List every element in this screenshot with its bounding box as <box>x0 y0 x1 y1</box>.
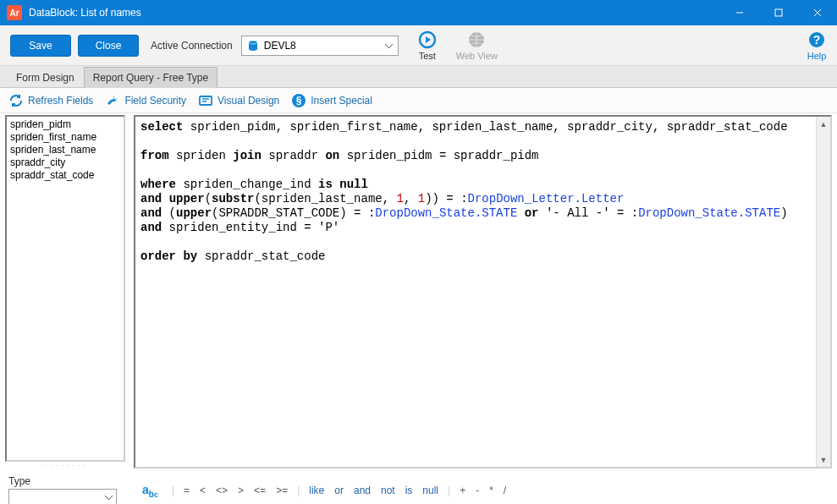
scroll-up-icon[interactable]: ▲ <box>817 117 830 131</box>
design-icon <box>198 93 213 108</box>
connection-select[interactable]: DEVL8 <box>241 36 399 56</box>
drag-handle[interactable]: · · · · · · · · <box>5 462 125 468</box>
svg-rect-1 <box>775 9 782 16</box>
field-item[interactable]: spraddr_city <box>10 156 120 169</box>
type-select[interactable] <box>8 489 117 504</box>
bottom-bar: Type abc | =<<>><=>=|likeorandnotisnull|… <box>0 468 837 504</box>
test-label: Test <box>419 51 436 61</box>
work-area: spriden_pidmspriden_first_namespriden_la… <box>0 113 837 468</box>
play-icon <box>417 30 438 50</box>
operator-[interactable]: = <box>181 485 192 496</box>
tab-form-design[interactable]: Form Design <box>7 67 84 88</box>
chevron-down-icon <box>105 491 113 503</box>
web-view-button: Web View <box>456 30 498 61</box>
close-window-button[interactable] <box>798 0 837 25</box>
active-connection-label: Active Connection <box>151 40 233 52</box>
tab-bar: Form Design Report Query - Free Type <box>0 66 837 88</box>
wrench-icon <box>105 93 120 108</box>
operator-null[interactable]: null <box>420 485 441 496</box>
operator-[interactable]: / <box>501 485 509 496</box>
app-icon: Ar <box>7 5 22 20</box>
insert-special-label: Insert Special <box>311 95 372 107</box>
svg-rect-10 <box>200 96 212 105</box>
field-list-panel: spriden_pidmspriden_first_namespriden_la… <box>5 115 125 468</box>
close-button[interactable]: Close <box>78 35 139 57</box>
operator-[interactable]: - <box>473 485 482 496</box>
help-label: Help <box>807 51 827 61</box>
refresh-fields-label: Refresh Fields <box>28 95 93 107</box>
query-toolbar: Refresh Fields Field Security Visual Des… <box>0 88 837 113</box>
operator-[interactable]: >= <box>273 485 290 496</box>
refresh-fields-button[interactable]: Refresh Fields <box>8 93 93 108</box>
field-security-label: Field Security <box>124 95 186 107</box>
chevron-down-icon <box>385 40 393 52</box>
operator-bar: abc | =<<>><=>=|likeorandnotisnull|+-*/ <box>142 483 829 499</box>
operator-is[interactable]: is <box>403 485 416 496</box>
minimize-button[interactable] <box>720 0 759 25</box>
section-icon: § <box>291 93 306 108</box>
field-item[interactable]: spriden_pidm <box>10 118 120 131</box>
type-label: Type <box>8 475 127 487</box>
window-title: DataBlock: List of names <box>29 7 720 19</box>
svg-text:?: ? <box>813 33 821 47</box>
operator-and[interactable]: and <box>351 485 373 496</box>
maximize-button[interactable] <box>759 0 798 25</box>
insert-special-button[interactable]: § Insert Special <box>291 93 372 108</box>
svg-text:§: § <box>296 95 302 107</box>
web-view-label: Web View <box>456 51 498 61</box>
type-box: Type <box>8 475 127 504</box>
vertical-scrollbar[interactable]: ▲ ▼ <box>816 117 830 467</box>
field-list[interactable]: spriden_pidmspriden_first_namespriden_la… <box>5 115 125 462</box>
scroll-down-icon[interactable]: ▼ <box>817 452 830 467</box>
help-icon: ? <box>807 30 827 50</box>
operator-like[interactable]: like <box>306 485 327 496</box>
refresh-icon <box>8 93 24 108</box>
operator-[interactable]: + <box>457 485 468 496</box>
operator-[interactable]: > <box>235 485 246 496</box>
connection-value: DEVL8 <box>264 40 296 52</box>
operator-[interactable]: < <box>197 485 208 496</box>
visual-design-button[interactable]: Visual Design <box>198 93 279 108</box>
tab-report-query[interactable]: Report Query - Free Type <box>84 67 218 88</box>
main-toolbar: Save Close Active Connection DEVL8 Test … <box>0 25 837 66</box>
sql-editor[interactable]: select spriden_pidm, spriden_first_name,… <box>135 117 816 467</box>
field-item[interactable]: spraddr_stat_code <box>10 169 120 182</box>
operator-not[interactable]: not <box>378 485 398 496</box>
window-controls <box>720 0 837 25</box>
visual-design-label: Visual Design <box>218 95 279 107</box>
titlebar: Ar DataBlock: List of names <box>0 0 837 25</box>
save-button[interactable]: Save <box>10 35 71 57</box>
operator-or[interactable]: or <box>332 485 346 496</box>
test-button[interactable]: Test <box>417 30 438 61</box>
field-item[interactable]: spriden_last_name <box>10 144 120 156</box>
operator-[interactable]: <= <box>251 485 268 496</box>
operator-[interactable]: * <box>487 485 496 496</box>
globe-icon <box>466 30 487 50</box>
database-icon <box>247 40 259 52</box>
field-security-button[interactable]: Field Security <box>105 93 186 108</box>
help-button[interactable]: ? Help <box>807 30 827 61</box>
field-item[interactable]: spriden_first_name <box>10 131 120 144</box>
operator-[interactable]: <> <box>213 485 230 496</box>
abc-button[interactable]: abc <box>142 483 165 499</box>
sql-editor-panel: select spriden_pidm, spriden_first_name,… <box>134 115 832 468</box>
